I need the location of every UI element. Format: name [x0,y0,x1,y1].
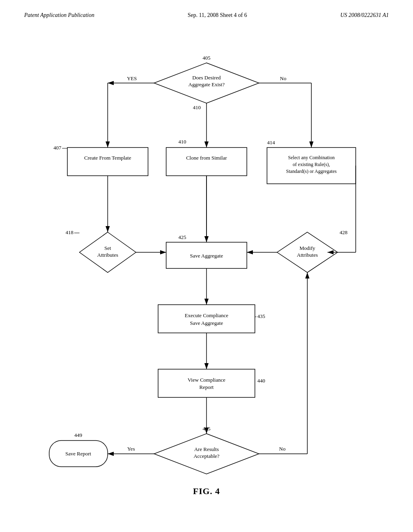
svg-text:Save Aggregate: Save Aggregate [190,253,223,259]
svg-text:Report: Report [199,384,214,390]
node-410 [166,148,247,176]
page-header: Patent Application Publication Sep. 11, … [24,12,389,23]
svg-text:Modify: Modify [300,245,316,251]
svg-text:Standard(s) or Aggregates: Standard(s) or Aggregates [286,168,337,174]
node-440 [158,369,255,397]
svg-text:405: 405 [202,55,211,61]
svg-text:Set: Set [104,245,111,251]
svg-text:Clone from Similar: Clone from Similar [186,155,227,161]
svg-text:440: 440 [257,378,265,384]
svg-text:428: 428 [340,229,348,235]
svg-text:435: 435 [257,313,265,319]
figure-label: FIG. 4 [24,486,389,497]
svg-text:410: 410 [178,139,186,145]
svg-text:Acceptable?: Acceptable? [194,453,219,459]
svg-text:445: 445 [202,426,211,432]
svg-text:449: 449 [74,432,82,438]
svg-text:410: 410 [193,104,201,110]
svg-text:YES: YES [127,75,137,81]
svg-text:Are Results: Are Results [194,446,219,452]
svg-text:Execute Compliance: Execute Compliance [185,312,228,318]
svg-text:Attributes: Attributes [97,252,118,258]
svg-text:Yes: Yes [127,446,135,452]
svg-text:Aggregate Exist?: Aggregate Exist? [188,81,225,87]
svg-text:No: No [280,75,286,81]
header-center: Sep. 11, 2008 Sheet 4 of 6 [188,12,247,19]
svg-text:425: 425 [178,234,186,240]
svg-text:Save Aggregate: Save Aggregate [190,320,223,326]
svg-text:View Compliance: View Compliance [188,377,225,383]
diagram-area: Does Desired Aggregate Exist? 405 YES Cr… [33,39,380,482]
flowchart-svg: Does Desired Aggregate Exist? 405 YES Cr… [33,39,380,482]
svg-text:414: 414 [267,139,275,145]
svg-text:of existing Rule(s),: of existing Rule(s), [293,162,330,167]
node-435 [158,305,255,333]
svg-text:418: 418 [66,229,74,235]
svg-text:Attributes: Attributes [297,252,318,258]
header-right: US 2008/0222631 A1 [340,12,389,19]
svg-text:407: 407 [54,145,62,151]
page: Patent Application Publication Sep. 11, … [0,0,413,532]
header-left: Patent Application Publication [24,12,94,19]
svg-text:Select any Combination: Select any Combination [288,155,334,160]
svg-text:Save Report: Save Report [65,451,91,457]
svg-text:Create From Template: Create From Template [84,155,131,161]
svg-text:No: No [279,446,286,452]
svg-text:Does Desired: Does Desired [192,75,221,81]
node-407 [67,148,148,176]
